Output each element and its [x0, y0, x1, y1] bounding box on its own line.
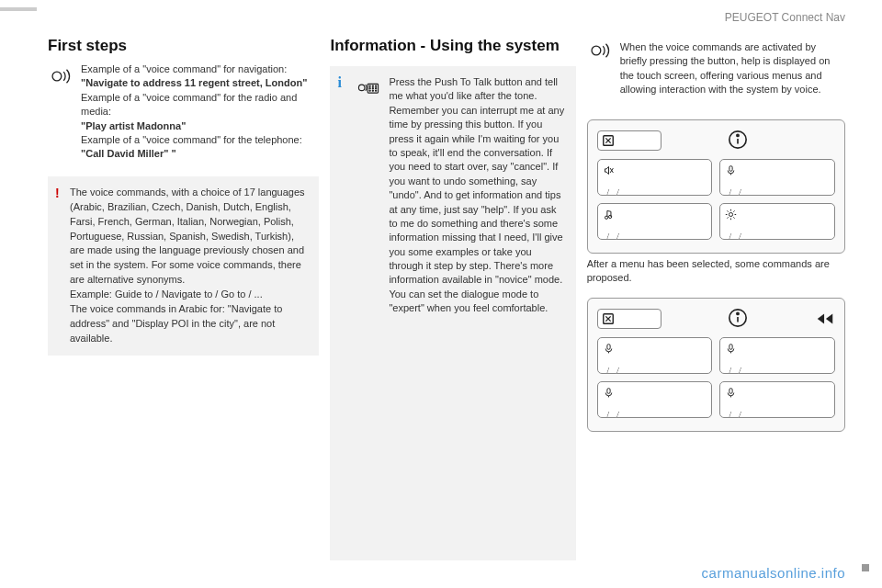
svg-point-4: [369, 85, 370, 86]
svg-point-11: [373, 90, 374, 91]
heading-first-steps: First steps: [48, 37, 319, 55]
voice-activation-text: When the voice commands are activated by…: [620, 40, 845, 97]
screen2-tab[interactable]: [597, 309, 662, 329]
voice-bold-3: "Call David Miller" ": [81, 148, 176, 159]
svg-point-1: [359, 85, 366, 91]
svg-rect-24: [607, 345, 610, 350]
svg-point-7: [369, 88, 370, 89]
screen2-top-row: [597, 308, 835, 330]
rewind-icon[interactable]: [815, 309, 835, 329]
screen2-grid: [597, 337, 835, 418]
mute-icon: [603, 164, 615, 176]
info-icon[interactable]: [728, 130, 748, 152]
svg-point-16: [737, 134, 739, 136]
warning-card: ! The voice commands, with a choice of 1…: [48, 176, 319, 356]
warning-text: The voice commands, with a choice of 17 …: [70, 186, 308, 346]
svg-rect-25: [729, 345, 732, 350]
voice-line-1: Example of a "voice command" for navigat…: [81, 63, 287, 74]
microphone-icon: [725, 343, 737, 355]
screen1-grid: [597, 159, 835, 240]
tile-mic-1[interactable]: [719, 159, 835, 196]
screen1-top-row: [597, 130, 835, 152]
page-columns: First steps Example of a "voice command"…: [0, 0, 882, 588]
tile-gear[interactable]: [719, 203, 835, 240]
svg-point-5: [373, 85, 374, 86]
info-icon[interactable]: [728, 308, 748, 330]
svg-point-19: [608, 215, 611, 218]
svg-rect-26: [607, 389, 610, 394]
close-icon: [602, 312, 615, 325]
voice-examples-text: Example of a "voice command" for navigat…: [81, 62, 319, 162]
screen1-tab[interactable]: [597, 130, 662, 151]
column-screens: When the voice commands are activated by…: [587, 37, 845, 560]
svg-point-6: [376, 85, 377, 86]
page-indicator-square: [862, 564, 869, 571]
gear-icon: [725, 209, 737, 220]
voice-waves-icon: [48, 62, 74, 162]
info-text: Press the Push To Talk button and tell m…: [389, 75, 566, 316]
tile-mute[interactable]: [597, 159, 713, 196]
display-keypad-icon: [356, 75, 381, 316]
tile-mic-2b[interactable]: [719, 337, 835, 374]
svg-point-12: [376, 90, 377, 91]
info-card: i Press the Push To Talk button and tell…: [330, 66, 575, 560]
microphone-icon: [603, 387, 615, 399]
touch-screen-menu-2: [587, 298, 845, 432]
column-information: Information - Using the system i Press t…: [330, 37, 575, 560]
svg-point-23: [737, 313, 739, 315]
svg-point-8: [373, 88, 374, 89]
microphone-icon: [603, 343, 615, 355]
svg-point-0: [52, 72, 62, 81]
microphone-icon: [725, 387, 737, 399]
touch-screen-menu-1: [587, 119, 845, 254]
svg-point-9: [376, 88, 377, 89]
tile-music[interactable]: [597, 203, 713, 240]
column-first-steps: First steps Example of a "voice command"…: [48, 37, 319, 560]
voice-activation-block: When the voice commands are activated by…: [587, 37, 845, 105]
info-i-icon: i: [337, 72, 341, 94]
svg-rect-27: [729, 389, 732, 394]
voice-bold-2: "Play artist Madonna": [81, 120, 186, 131]
voice-waves-icon: [587, 37, 613, 105]
tile-mic-2a[interactable]: [597, 337, 713, 374]
microphone-icon: [725, 164, 737, 176]
tile-mic-2c[interactable]: [597, 381, 713, 418]
voice-line-3: Example of a "voice command" for the tel…: [81, 134, 302, 145]
svg-point-18: [605, 216, 607, 219]
svg-point-13: [592, 46, 601, 55]
music-note-icon: [603, 209, 615, 220]
voice-bold-1: "Navigate to address 11 regent street, L…: [81, 77, 307, 88]
tile-mic-2d[interactable]: [719, 381, 835, 418]
voice-examples-block: Example of a "voice command" for navigat…: [48, 62, 319, 162]
close-icon: [602, 134, 615, 147]
svg-point-20: [729, 212, 733, 216]
brand-header: PEUGEOT Connect Nav: [725, 11, 845, 24]
svg-point-10: [369, 90, 370, 91]
after-menu-text: After a menu has been selected, some com…: [587, 257, 845, 286]
page-edge-strip: [0, 7, 37, 11]
exclamation-icon: !: [55, 184, 60, 202]
voice-line-2: Example of a "voice command" for the rad…: [81, 92, 297, 117]
heading-information: Information - Using the system: [330, 37, 575, 55]
svg-rect-17: [729, 165, 732, 171]
